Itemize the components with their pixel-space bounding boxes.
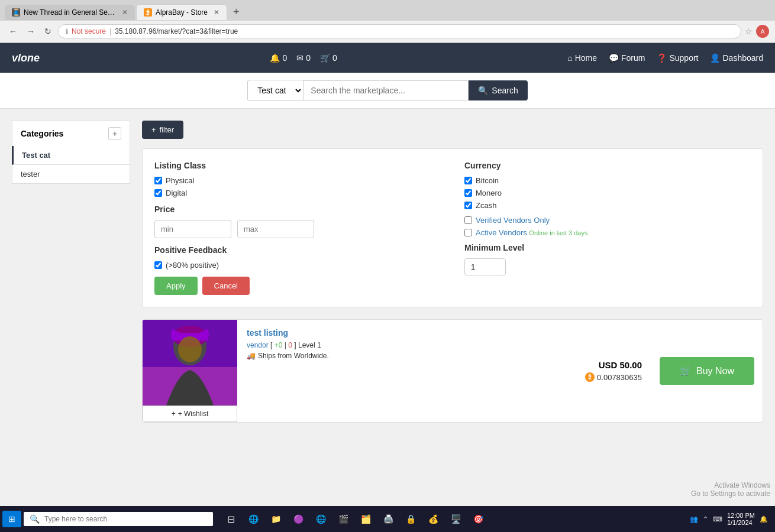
tab-2[interactable]: ₿ AlpraBay - Store ✕ [136, 4, 227, 20]
browser-chrome: 🧵 New Thread in General Sellers M ✕ ₿ Al… [0, 0, 775, 43]
zcash-checkbox-label[interactable]: Zcash [464, 201, 751, 210]
search-button[interactable]: 🔍 Search [469, 80, 527, 100]
listing-class-title: Listing Class [154, 161, 441, 170]
dashboard-icon: 👤 [710, 53, 720, 63]
cancel-button[interactable]: Cancel [202, 277, 250, 295]
mail-icon-item[interactable]: ✉ 0 [296, 53, 311, 63]
feedback-negative: 0 [288, 341, 292, 349]
support-icon: ❓ [657, 53, 667, 63]
product-image [143, 320, 237, 406]
sidebar-add-button[interactable]: + [108, 127, 121, 140]
filter-left-col: Listing Class Physical Digital Price [154, 161, 441, 295]
tab-1[interactable]: 🧵 New Thread in General Sellers M ✕ [5, 5, 135, 20]
monero-checkbox[interactable] [464, 189, 472, 197]
cart-icon-item[interactable]: 🛒 0 [320, 53, 337, 63]
feedback-bracket-close: ] [294, 341, 296, 349]
digital-checkbox-label[interactable]: Digital [154, 189, 441, 197]
forum-label: Forum [621, 53, 645, 63]
product-usd-price: USD 50.00 [599, 360, 642, 370]
monero-label: Monero [476, 189, 502, 197]
product-title[interactable]: test listing [247, 328, 524, 338]
new-tab-button[interactable]: + [228, 4, 244, 21]
address-bar[interactable]: ℹ Not secure | 35.180.87.96/market/?cat=… [58, 24, 741, 38]
ships-from: Ships from Worldwide. [258, 352, 329, 360]
navbar: vlone 🔔 0 ✉ 0 🛒 0 ⌂ Home 💬 Forum ❓ Suppo… [0, 43, 775, 73]
search-input[interactable] [303, 80, 469, 100]
physical-checkbox-label[interactable]: Physical [154, 176, 441, 185]
forward-button[interactable]: → [24, 25, 38, 37]
physical-label: Physical [166, 176, 194, 185]
sidebar-header: Categories + [12, 121, 130, 146]
mail-count: 0 [306, 53, 311, 63]
positive-feedback-checkbox-label[interactable]: (>80% positive) [154, 261, 441, 270]
home-icon: ⌂ [567, 53, 572, 63]
filter-button[interactable]: + filter [142, 121, 183, 139]
back-button[interactable]: ← [6, 25, 20, 37]
btc-icon: ₿ [585, 372, 595, 382]
category-select[interactable]: Test cat All Drugs Digital [247, 80, 303, 101]
apply-button[interactable]: Apply [154, 277, 198, 295]
nav-support-link[interactable]: ❓ Support [657, 53, 698, 63]
nav-right: ⌂ Home 💬 Forum ❓ Support 👤 Dashboard [567, 53, 763, 63]
physical-checkbox[interactable] [154, 177, 162, 184]
vendor-link[interactable]: vendor [247, 341, 269, 349]
min-level-input[interactable] [464, 258, 506, 275]
mail-icon: ✉ [296, 53, 303, 63]
nav-forum-link[interactable]: 💬 Forum [609, 53, 645, 63]
buy-now-col: 🛒 Buy Now [651, 320, 763, 422]
tab-2-label: AlpraBay - Store [156, 8, 208, 17]
positive-feedback-checkbox[interactable] [154, 261, 162, 269]
dashboard-label: Dashboard [722, 53, 763, 63]
price-row [154, 220, 441, 238]
nav-home-link[interactable]: ⌂ Home [567, 53, 597, 63]
positive-feedback-section: Positive Feedback (>80% positive) [154, 245, 441, 270]
bookmark-button[interactable]: ☆ [745, 27, 753, 36]
reload-button[interactable]: ↻ [41, 25, 54, 37]
tab-1-close[interactable]: ✕ [122, 8, 128, 17]
support-label: Support [669, 53, 698, 63]
price-min-input[interactable] [154, 220, 231, 238]
search-bar-area: Test cat All Drugs Digital 🔍 Search [0, 73, 775, 109]
search-icon: 🔍 [478, 86, 488, 95]
feedback-bracket-open: [ [270, 341, 272, 349]
sidebar-item-testcat[interactable]: Test cat [12, 146, 130, 165]
truck-icon: 🚚 [247, 352, 256, 360]
level-badge: Level 1 [298, 341, 321, 349]
active-vendors-online-label: Online in last 3 days. [529, 229, 589, 236]
forum-icon: 💬 [609, 53, 619, 63]
bell-icon-item[interactable]: 🔔 0 [270, 53, 287, 63]
product-card-1: + + Wishlist test listing vendor [ +0 | … [142, 319, 763, 423]
monero-checkbox-label[interactable]: Monero [464, 189, 751, 197]
wishlist-label: + Wishlist [178, 410, 209, 418]
verified-vendors-text: Verified Vendors Only [476, 216, 550, 225]
bitcoin-checkbox-label[interactable]: Bitcoin [464, 176, 751, 185]
sidebar-item-tester-label: tester [21, 170, 40, 179]
address-url: 35.180.87.96/market/?cat=3&filter=true [115, 27, 238, 35]
verified-vendors-label[interactable]: Verified Vendors Only [464, 216, 751, 225]
filter-plus-icon: + [151, 125, 156, 134]
buy-now-button[interactable]: 🛒 Buy Now [660, 357, 754, 385]
tab-1-label: New Thread in General Sellers M [24, 8, 116, 17]
address-separator: | [109, 27, 111, 35]
wishlist-button[interactable]: + + Wishlist [143, 406, 237, 422]
tab-2-close[interactable]: ✕ [214, 8, 219, 17]
usd-price-text: USD 50.00 [599, 360, 642, 370]
content-area: + filter Listing Class Physical Digital [142, 121, 763, 452]
digital-label: Digital [166, 189, 187, 197]
avatar-red: A [756, 25, 769, 38]
secure-icon: ℹ [66, 28, 68, 35]
nav-dashboard-link[interactable]: 👤 Dashboard [710, 53, 763, 63]
verified-vendors-checkbox[interactable] [464, 216, 472, 224]
digital-checkbox[interactable] [154, 189, 162, 197]
sidebar-item-tester[interactable]: tester [12, 165, 130, 184]
wishlist-plus-icon: + [172, 410, 176, 418]
tab-2-favicon: ₿ [144, 8, 152, 17]
zcash-checkbox[interactable] [464, 202, 472, 209]
positive-feedback-title: Positive Feedback [154, 245, 441, 255]
price-max-input[interactable] [237, 220, 314, 238]
active-vendors-label[interactable]: Active Vendors Online in last 3 days. [464, 228, 751, 237]
sidebar: Categories + Test cat tester [12, 121, 130, 452]
bitcoin-checkbox[interactable] [464, 177, 472, 184]
active-vendors-checkbox[interactable] [464, 229, 472, 236]
bell-count: 0 [282, 53, 287, 63]
